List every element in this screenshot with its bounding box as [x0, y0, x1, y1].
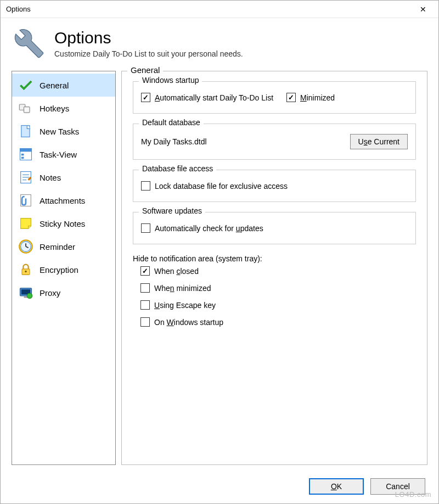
- sidebar-item-label: New Tasks: [40, 127, 79, 136]
- sidebar: General Hotkeys New Tasks Task-View: [12, 71, 116, 465]
- monitor-icon: [18, 284, 34, 301]
- lock-db-checkbox-row[interactable]: Lock database file for exclusive access: [141, 181, 408, 191]
- document-icon: [18, 123, 34, 139]
- auto-start-checkbox[interactable]: [141, 93, 150, 102]
- body: General Hotkeys New Tasks Task-View: [1, 71, 438, 471]
- use-current-button[interactable]: Use Current: [350, 134, 408, 149]
- sidebar-item-task-view[interactable]: Task-View: [12, 143, 115, 166]
- sidebar-item-proxy[interactable]: Proxy: [12, 281, 115, 304]
- default-database-label: Default database: [139, 118, 204, 127]
- when-minimized-checkbox-row[interactable]: When minimized: [140, 283, 416, 293]
- auto-updates-checkbox-row[interactable]: Automatically check for updates: [141, 223, 408, 233]
- on-startup-label: On Windows startup: [154, 318, 223, 327]
- lock-icon: [18, 261, 34, 278]
- close-icon: ✕: [420, 5, 426, 14]
- sidebar-item-reminder[interactable]: Reminder: [12, 235, 115, 258]
- svg-rect-5: [21, 154, 24, 156]
- escape-label: Using Escape key: [154, 301, 216, 310]
- svg-point-21: [27, 293, 32, 298]
- svg-rect-1: [24, 107, 30, 113]
- titlebar: Options ✕: [1, 1, 438, 18]
- hide-tray-group: Hide to notification area (system tray):…: [133, 254, 416, 327]
- when-closed-checkbox[interactable]: [140, 266, 150, 276]
- sidebar-item-attachments[interactable]: Attachments: [12, 189, 115, 212]
- sidebar-item-label: Proxy: [40, 288, 60, 298]
- minimized-label: Minimized: [300, 93, 335, 102]
- db-file-access-group: Database file access Lock database file …: [133, 170, 416, 202]
- sidebar-item-general[interactable]: General: [12, 74, 115, 97]
- minimized-checkbox-row[interactable]: Minimized: [286, 93, 335, 102]
- lock-db-checkbox[interactable]: [141, 181, 150, 191]
- when-closed-checkbox-row[interactable]: When closed: [140, 266, 416, 276]
- general-frame-label: General: [127, 65, 163, 75]
- notes-icon: [18, 169, 34, 186]
- options-window: Options ✕ Options Customize Daily To-Do …: [0, 0, 439, 504]
- sidebar-item-label: Hotkeys: [40, 104, 69, 113]
- sidebar-item-notes[interactable]: Notes: [12, 166, 115, 189]
- watermark: LO4D.com: [395, 490, 431, 499]
- window-title: Options: [6, 5, 31, 13]
- default-database-group: Default database My Daily Tasks.dtdl Use…: [133, 124, 416, 160]
- close-button[interactable]: ✕: [412, 2, 434, 17]
- sidebar-item-sticky-notes[interactable]: Sticky Notes: [12, 212, 115, 235]
- checkmark-icon: [18, 77, 34, 93]
- sidebar-item-label: Notes: [40, 173, 61, 182]
- auto-updates-checkbox[interactable]: [141, 223, 150, 233]
- on-startup-checkbox[interactable]: [140, 317, 150, 327]
- svg-rect-4: [20, 149, 32, 152]
- sidebar-item-label: Task-View: [40, 150, 77, 159]
- default-database-filename: My Daily Tasks.dtdl: [141, 137, 207, 146]
- general-frame: General Windows startup Automatically st…: [121, 71, 427, 465]
- when-minimized-checkbox[interactable]: [140, 283, 150, 293]
- sidebar-item-label: Encryption: [40, 265, 78, 275]
- sidebar-item-hotkeys[interactable]: Hotkeys: [12, 97, 115, 120]
- sticky-note-icon: [18, 215, 34, 232]
- main-panel: General Windows startup Automatically st…: [121, 71, 427, 465]
- escape-checkbox-row[interactable]: Using Escape key: [140, 300, 416, 310]
- windows-startup-group: Windows startup Automatically start Dail…: [133, 81, 416, 114]
- sidebar-item-label: Reminder: [40, 242, 75, 251]
- sidebar-item-label: General: [40, 81, 69, 90]
- svg-point-17: [25, 271, 27, 273]
- page-title: Options: [54, 29, 243, 47]
- sidebar-item-new-tasks[interactable]: New Tasks: [12, 120, 115, 143]
- software-updates-group: Software updates Automatically check for…: [133, 212, 416, 244]
- on-startup-checkbox-row[interactable]: On Windows startup: [140, 317, 416, 327]
- task-view-icon: [18, 146, 34, 163]
- hide-tray-label: Hide to notification area (system tray):: [133, 254, 416, 263]
- paperclip-icon: [18, 192, 34, 209]
- sidebar-item-label: Attachments: [40, 196, 85, 205]
- software-updates-label: Software updates: [139, 206, 205, 215]
- page-subtitle: Customize Daily To-Do List to suit your …: [54, 49, 243, 58]
- when-minimized-label: When minimized: [154, 284, 211, 293]
- auto-start-label: Automatically start Daily To-Do List: [155, 93, 273, 102]
- wrench-icon: [14, 28, 44, 59]
- header: Options Customize Daily To-Do List to su…: [1, 18, 438, 71]
- auto-updates-label: Automatically check for updates: [155, 224, 263, 233]
- minimized-checkbox[interactable]: [286, 93, 296, 102]
- ok-button[interactable]: OK: [309, 478, 364, 495]
- keyboard-icon: [18, 100, 34, 116]
- when-closed-label: When closed: [154, 267, 199, 276]
- sidebar-item-encryption[interactable]: Encryption: [12, 258, 115, 281]
- windows-startup-label: Windows startup: [139, 76, 202, 85]
- auto-start-checkbox-row[interactable]: Automatically start Daily To-Do List: [141, 93, 273, 102]
- db-file-access-label: Database file access: [139, 164, 216, 173]
- sidebar-item-label: Sticky Notes: [40, 219, 85, 228]
- lock-db-label: Lock database file for exclusive access: [155, 182, 288, 191]
- clock-icon: [18, 238, 34, 255]
- footer: OK Cancel: [1, 471, 438, 503]
- escape-checkbox[interactable]: [140, 300, 150, 310]
- svg-rect-6: [21, 157, 24, 159]
